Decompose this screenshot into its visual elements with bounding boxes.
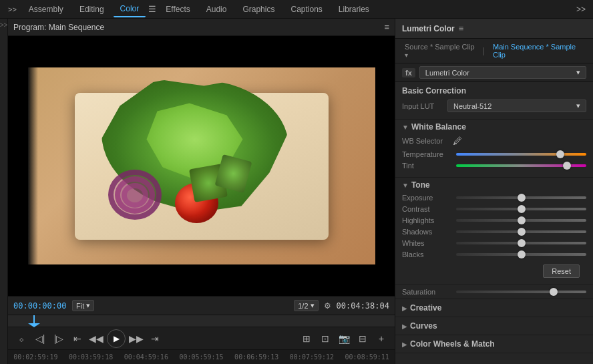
insert-button[interactable]: ⊞: [299, 331, 315, 347]
input-lut-label: Input LUT: [402, 102, 442, 110]
compare-button[interactable]: ⊟: [355, 331, 371, 347]
highlights-label: Highlights: [402, 216, 452, 224]
timeline-ruler[interactable]: [8, 315, 395, 327]
blacks-label: Blacks: [402, 250, 452, 258]
strip-expand-icon[interactable]: >>: [0, 21, 7, 29]
nav-item-editing[interactable]: Editing: [73, 2, 111, 17]
curves-collapse-icon[interactable]: ▶: [402, 323, 407, 330]
wb-selector-row: WB Selector 🖉: [402, 136, 586, 146]
tone-section: ▼ Tone Exposure Contrast Highlights: [395, 178, 593, 285]
export-frame-button[interactable]: 📷: [336, 331, 352, 347]
tone-collapse-icon[interactable]: ▼: [402, 182, 409, 189]
blacks-thumb[interactable]: [518, 250, 526, 258]
shadows-thumb[interactable]: [518, 228, 526, 236]
fit-dropdown[interactable]: Fit ▾: [72, 300, 94, 311]
cutting-board: [75, 93, 329, 240]
curves-section[interactable]: ▶ Curves: [395, 317, 593, 335]
lumetri-color-panel: Lumetri Color ≡ Source * Sample Clip ▾ |…: [395, 19, 593, 364]
left-strip: >>: [0, 19, 8, 364]
go-to-out-button[interactable]: ⇥: [147, 331, 163, 347]
rewind-button[interactable]: ◀◀: [88, 331, 104, 347]
exposure-thumb[interactable]: [518, 194, 526, 202]
monitor-menu-icon[interactable]: ≡: [384, 22, 389, 32]
mark-in-button[interactable]: ⬦: [13, 331, 29, 347]
white-balance-title: White Balance: [411, 122, 466, 132]
nav-expand-left[interactable]: >>: [5, 4, 19, 15]
shadows-label: Shadows: [402, 228, 452, 236]
step-back-frame-button[interactable]: ◁|: [32, 331, 48, 347]
creative-collapse-icon[interactable]: ▶: [402, 305, 407, 312]
nav-item-libraries[interactable]: Libraries: [332, 2, 376, 17]
highlights-slider[interactable]: [456, 219, 586, 222]
color-wheels-title: Color Wheels & Match: [410, 339, 495, 349]
exposure-row: Exposure: [402, 194, 586, 202]
onion-ring-3: [122, 183, 148, 208]
color-wheels-collapse-icon[interactable]: ▶: [402, 341, 407, 348]
tone-header: ▼ Tone: [402, 180, 586, 190]
whites-slider[interactable]: [456, 242, 586, 244]
play-button[interactable]: ▶: [107, 329, 126, 348]
nav-hamburger-icon[interactable]: ☰: [148, 4, 156, 14]
source-clip-tab[interactable]: Source * Sample Clip ▾: [402, 41, 477, 60]
nav-item-effects[interactable]: Effects: [159, 2, 196, 17]
wb-selector-label: WB Selector: [402, 137, 449, 145]
sequence-tab[interactable]: Main Sequence * Sample Clip: [490, 41, 586, 60]
saturation-slider[interactable]: [456, 291, 586, 293]
nav-item-graphics[interactable]: Graphics: [236, 2, 281, 17]
timecode-mark-7: 00:08:59:11: [339, 353, 395, 361]
timecode-in[interactable]: 00:00:00:00: [13, 301, 67, 311]
lut-chevron-icon: ▾: [576, 102, 580, 110]
contrast-label: Contrast: [402, 205, 452, 213]
color-wheels-section[interactable]: ▶ Color Wheels & Match: [395, 335, 593, 353]
step-forward-frame-button[interactable]: |▷: [51, 331, 67, 347]
whites-thumb[interactable]: [518, 239, 526, 247]
exposure-slider[interactable]: [456, 196, 586, 199]
fast-forward-button[interactable]: ▶▶: [128, 331, 144, 347]
nav-item-assembly[interactable]: Assembly: [22, 2, 70, 17]
creative-section[interactable]: ▶ Creative: [395, 299, 593, 317]
settings-icon[interactable]: ⚙: [324, 301, 331, 311]
temperature-slider[interactable]: [456, 153, 586, 156]
video-canvas: [28, 67, 375, 264]
top-navigation: >> Assembly Editing Color ☰ Effects Audi…: [0, 0, 593, 19]
wb-collapse-icon[interactable]: ▼: [402, 124, 409, 131]
temperature-thumb[interactable]: [556, 150, 564, 158]
nav-item-captions[interactable]: Captions: [284, 2, 329, 17]
saturation-label: Saturation: [402, 288, 452, 296]
temperature-label: Temperature: [402, 150, 452, 158]
whites-label: Whites: [402, 239, 452, 247]
dark-edge-overlay: [28, 67, 38, 264]
contrast-slider[interactable]: [456, 208, 586, 210]
timecode-mark-4: 00:05:59:15: [174, 353, 229, 361]
input-lut-dropdown[interactable]: Neutral-512 ▾: [447, 100, 586, 112]
whites-row: Whites: [402, 239, 586, 247]
timecode-row: 00:02:59:19 00:03:59:18 00:04:59:16 00:0…: [8, 349, 395, 364]
eyedropper-icon[interactable]: 🖉: [453, 136, 462, 146]
contrast-thumb[interactable]: [518, 205, 526, 213]
playback-controls-bar: 00:00:00:00 Fit ▾ 1/2 ▾ ⚙ 00:04:38:04: [8, 296, 395, 315]
highlights-thumb[interactable]: [518, 216, 526, 224]
resolution-dropdown[interactable]: 1/2 ▾: [294, 300, 318, 311]
input-lut-row: Input LUT Neutral-512 ▾: [402, 100, 586, 112]
tint-label: Tint: [402, 162, 452, 170]
nav-item-audio[interactable]: Audio: [200, 2, 234, 17]
white-balance-section: ▼ White Balance WB Selector 🖉 Temperatur…: [395, 120, 593, 178]
saturation-thumb[interactable]: [550, 288, 558, 296]
go-to-in-button[interactable]: ⇤: [69, 331, 85, 347]
panel-menu-icon[interactable]: ≡: [459, 23, 464, 33]
nav-expand-right[interactable]: >>: [574, 3, 588, 16]
onion: [108, 170, 162, 220]
tint-row: Tint: [402, 162, 586, 170]
nav-item-color[interactable]: Color: [114, 1, 146, 17]
shadows-slider[interactable]: [456, 230, 586, 233]
basic-correction-section: Basic Correction Input LUT Neutral-512 ▾: [395, 82, 593, 120]
effect-dropdown[interactable]: Lumetri Color ▾: [419, 66, 586, 79]
tint-thumb[interactable]: [563, 162, 571, 170]
reset-button[interactable]: Reset: [543, 264, 580, 278]
tint-slider[interactable]: [456, 164, 586, 167]
panel-title: Lumetri Color: [402, 24, 455, 33]
overwrite-button[interactable]: ⊡: [317, 331, 333, 347]
blacks-slider[interactable]: [456, 253, 586, 256]
timecode-mark-3: 00:04:59:16: [118, 353, 174, 361]
add-button[interactable]: +: [373, 331, 389, 347]
